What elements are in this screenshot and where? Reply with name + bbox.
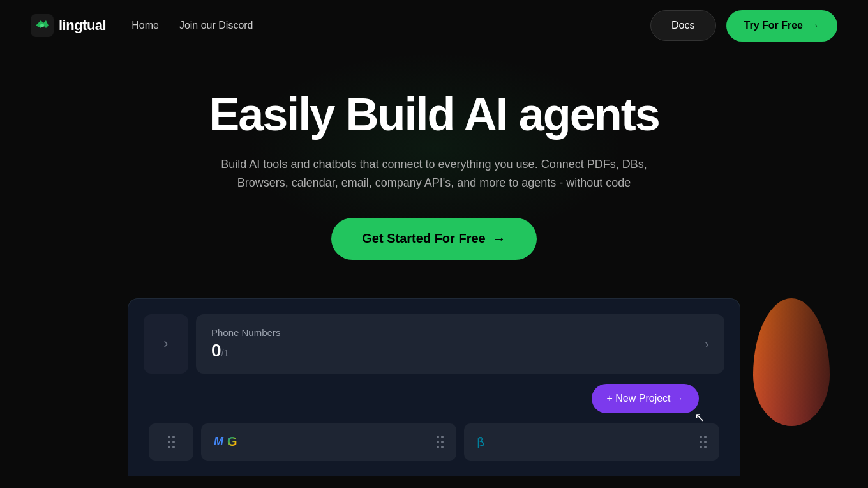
b-logo: ꞵ (477, 434, 484, 450)
phone-card-content: Phone Numbers 0/1 (211, 327, 280, 361)
card3-dots[interactable] (700, 436, 707, 448)
phone-numbers-card: Phone Numbers 0/1 › (196, 314, 724, 374)
mini-card-bing: ꞵ (464, 423, 719, 461)
mini-card-1 (149, 423, 193, 461)
phone-card-title: Phone Numbers (211, 327, 280, 338)
hero-section: Easily Build AI agents Build AI tools an… (0, 51, 868, 298)
card1-dots[interactable] (168, 436, 175, 448)
nav-left: lingtual Home Join our Discord (31, 14, 253, 37)
try-free-label: Try For Free (744, 20, 803, 31)
mini-card-gmail-google: M G (201, 423, 456, 461)
preview-container: › Phone Numbers 0/1 › + New Project → ↖ (0, 298, 868, 477)
right-gradient (740, 298, 868, 477)
logo[interactable]: lingtual (31, 14, 106, 37)
new-project-label: + New Project → (607, 393, 684, 404)
new-project-row: + New Project → ↖ (144, 384, 724, 413)
nav-links: Home Join our Discord (131, 20, 253, 31)
phone-value-sub: /1 (221, 348, 229, 358)
logo-text: lingtual (59, 17, 106, 34)
left-arrow-icon: › (163, 335, 168, 352)
cursor-icon: ↖ (694, 409, 705, 425)
phone-value-number: 0 (211, 340, 221, 360)
g-logo: G (227, 434, 237, 449)
card2-dots[interactable] (437, 436, 444, 448)
get-started-button[interactable]: Get Started For Free → (331, 218, 536, 260)
left-arrow-col[interactable]: › (144, 314, 188, 374)
try-free-button[interactable]: Try For Free → (726, 10, 837, 42)
phone-card-arrow[interactable]: › (705, 337, 709, 351)
nav-discord-link[interactable]: Join our Discord (179, 20, 253, 31)
svg-point-1 (40, 24, 44, 27)
nav-right: Docs Try For Free → (650, 10, 837, 42)
left-gradient (0, 298, 102, 477)
docs-button[interactable]: Docs (650, 10, 715, 41)
new-project-button[interactable]: + New Project → ↖ (592, 384, 699, 413)
get-started-label: Get Started For Free (362, 231, 485, 246)
get-started-arrow: → (492, 231, 506, 247)
card2-logos: M G (214, 434, 237, 449)
phone-card-value: 0/1 (211, 340, 280, 361)
try-free-arrow: → (808, 19, 819, 33)
m-logo: M (214, 435, 223, 448)
preview-panel: › Phone Numbers 0/1 › + New Project → ↖ (128, 298, 740, 476)
hero-title: Easily Build AI agents (209, 89, 659, 140)
hero-title-text: Easily Build AI agents (209, 89, 659, 140)
logo-icon (31, 14, 54, 37)
bottom-cards: M G ꞵ (144, 423, 724, 461)
hero-subtitle: Build AI tools and chatbots that connect… (217, 155, 651, 192)
nav-home-link[interactable]: Home (131, 20, 159, 31)
navbar: lingtual Home Join our Discord Docs Try … (0, 0, 868, 51)
